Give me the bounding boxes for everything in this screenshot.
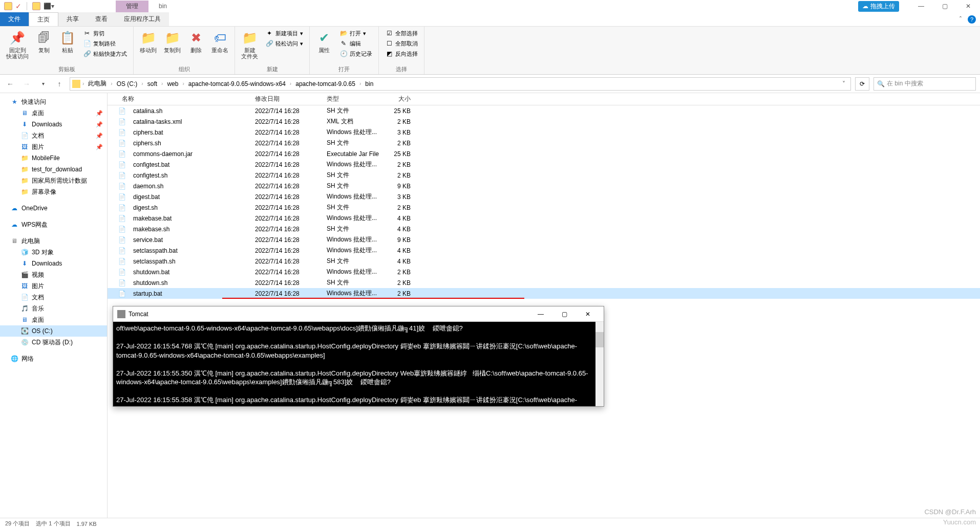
sidebar-item-this-pc[interactable]: 🖥此电脑 [0,235,107,247]
file-row[interactable]: 📄digest.bat2022/7/14 16:28Windows 批处理...… [108,191,980,202]
select-none-button[interactable]: ☐全部取消 [383,39,420,48]
file-row[interactable]: 📄setclasspath.bat2022/7/14 16:28Windows … [108,245,980,256]
cut-button[interactable]: ✂剪切 [81,29,129,38]
file-row[interactable]: 📄startup.bat2022/7/14 16:28Windows 批处理..… [108,288,980,299]
scrollbar-thumb[interactable] [595,332,604,347]
sidebar-item-music[interactable]: 🎵音乐 [0,303,107,314]
sidebar-item-os-c[interactable]: 💽OS (C:) [0,325,107,337]
chevron-right-icon[interactable]: › [110,81,113,86]
scrollbar[interactable] [595,322,604,406]
file-row[interactable]: 📄catalina.sh2022/7/14 16:28SH 文件25 KB [108,105,980,116]
file-row[interactable]: 📄setclasspath.sh2022/7/14 16:28SH 文件4 KB [108,256,980,267]
paste-button[interactable]: 📋粘贴 [57,29,78,54]
chevron-right-icon[interactable]: › [358,81,362,86]
file-row[interactable]: 📄shutdown.bat2022/7/14 16:28Windows 批处理.… [108,267,980,277]
chevron-right-icon[interactable]: › [289,81,292,86]
col-date-header[interactable]: 修改日期 [251,93,323,105]
sidebar-item-onedrive[interactable]: ☁OneDrive [0,203,107,214]
sidebar-item-screenrec[interactable]: 📁屏幕录像 [0,186,107,197]
delete-button[interactable]: ✖删除 [186,29,206,54]
col-name-header[interactable]: 名称 [118,93,251,105]
tomcat-window[interactable]: Tomcat — ▢ ✕ oft\web\apache-tomcat-9.0.6… [113,306,604,407]
file-row[interactable]: 📄ciphers.sh2022/7/14 16:28SH 文件2 KB [108,138,980,148]
chevron-right-icon[interactable]: › [140,81,144,86]
sidebar-item-pictures[interactable]: 🖼图片 [0,280,107,292]
open-button[interactable]: 📂打开▾ [337,29,374,38]
crumb[interactable]: 此电脑 [86,78,109,89]
chevron-right-icon[interactable]: › [81,81,85,86]
move-to-button[interactable]: 📁移动到 [138,29,159,54]
close-button[interactable]: ✕ [956,0,980,12]
rename-button[interactable]: 🏷重命名 [209,29,230,54]
file-row[interactable]: 📄shutdown.sh2022/7/14 16:28SH 文件2 KB [108,277,980,288]
crumb[interactable]: soft [145,79,159,89]
sidebar-item-3d-objects[interactable]: 🧊3D 对象 [0,247,107,258]
chevron-right-icon[interactable]: › [181,81,185,86]
manage-context-tab[interactable]: 管理 [116,1,148,12]
nav-recent-dropdown[interactable]: ▾ [37,78,49,90]
nav-forward-button[interactable]: → [20,78,33,90]
tomcat-console[interactable]: oft\web\apache-tomcat-9.0.65-windows-x64… [113,322,604,406]
crumb[interactable]: bin [363,79,375,89]
nav-back-button[interactable]: ← [4,78,16,90]
home-tab[interactable]: 主页 [29,12,58,26]
file-tab[interactable]: 文件 [0,12,29,26]
sidebar-item-documents[interactable]: 📄文档📌 [0,130,107,141]
easy-access-button[interactable]: 🔗轻松访问▾ [263,39,305,48]
share-tab[interactable]: 共享 [58,12,87,26]
file-row[interactable]: 📄configtest.bat2022/7/14 16:28Windows 批处… [108,159,980,170]
sidebar-item-quick-access[interactable]: ★快速访问 [0,96,107,107]
checkmark-icon[interactable]: ✓ [15,2,22,10]
sidebar-item-test-download[interactable]: 📁test_for_download [0,164,107,175]
nav-up-button[interactable]: ↑ [53,78,66,90]
sidebar-item-downloads[interactable]: ⬇Downloads [0,258,107,269]
copy-button[interactable]: 🗐复制 [34,29,54,54]
file-row[interactable]: 📄configtest.sh2022/7/14 16:28SH 文件2 KB [108,170,980,181]
file-row[interactable]: 📄daemon.sh2022/7/14 16:28SH 文件9 KB [108,181,980,191]
paste-shortcut-button[interactable]: 🔗粘贴快捷方式 [81,49,129,58]
crumb[interactable]: OS (C:) [115,79,140,89]
properties-button[interactable]: ✔属性 [314,29,334,54]
copy-to-button[interactable]: 📁复制到 [162,29,183,54]
file-row[interactable]: 📄catalina-tasks.xml2022/7/14 16:28XML 文档… [108,116,980,127]
refresh-button[interactable]: ⟳ [855,77,869,91]
file-row[interactable]: 📄makebase.sh2022/7/14 16:28SH 文件4 KB [108,224,980,234]
new-folder-button[interactable]: 📁新建 文件夹 [239,29,260,60]
app-tools-tab[interactable]: 应用程序工具 [116,12,169,26]
sidebar-item-desktop[interactable]: 🖥桌面📌 [0,107,107,119]
crumb[interactable]: web [165,79,180,89]
invert-selection-button[interactable]: ◩反向选择 [383,49,420,58]
col-size-header[interactable]: 大小 [384,93,415,105]
ribbon-collapse-icon[interactable]: ˆ [960,16,962,23]
sidebar-item-videos[interactable]: 🎬视频 [0,269,107,280]
chevron-right-icon[interactable]: › [160,81,164,86]
view-tab[interactable]: 查看 [87,12,116,26]
sidebar-item-stats[interactable]: 📁国家局所需统计数据 [0,175,107,186]
edit-button[interactable]: ✎编辑 [337,39,374,48]
breadcrumb[interactable]: › 此电脑› OS (C:)› soft› web› apache-tomcat… [70,77,851,91]
maximize-button[interactable]: ▢ [933,0,956,12]
file-row[interactable]: 📄service.bat2022/7/14 16:28Windows 批处理..… [108,234,980,245]
file-row[interactable]: 📄commons-daemon.jar2022/7/14 16:28Execut… [108,148,980,159]
file-row[interactable]: 📄ciphers.bat2022/7/14 16:28Windows 批处理..… [108,127,980,138]
col-type-header[interactable]: 类型 [323,93,384,105]
qat-overflow-icon[interactable]: ⬛▾ [44,3,54,10]
sidebar-item-network[interactable]: 🌐网络 [0,353,107,364]
new-item-button[interactable]: ✦新建项目▾ [263,29,305,38]
sidebar-item-wps[interactable]: ☁WPS网盘 [0,219,107,230]
tomcat-titlebar[interactable]: Tomcat — ▢ ✕ [113,306,604,322]
copy-path-button[interactable]: 📄复制路径 [81,39,129,48]
help-icon[interactable]: ? [968,15,976,24]
sidebar-item-downloads[interactable]: ⬇Downloads📌 [0,119,107,130]
breadcrumb-dropdown-icon[interactable]: ˅ [839,80,848,87]
sidebar-item-pictures[interactable]: 🖼图片📌 [0,141,107,152]
maximize-button[interactable]: ▢ [552,306,576,322]
search-input[interactable]: 🔍 在 bin 中搜索 [874,77,976,91]
crumb[interactable]: apache-tomcat-9.0.65 [293,79,357,89]
file-row[interactable]: 📄digest.sh2022/7/14 16:28SH 文件2 KB [108,202,980,213]
close-button[interactable]: ✕ [576,306,600,322]
crumb[interactable]: apache-tomcat-9.0.65-windows-x64 [186,79,288,89]
minimize-button[interactable]: — [909,0,933,12]
sidebar-item-mobilefile[interactable]: 📁MobileFile [0,152,107,164]
minimize-button[interactable]: — [529,306,552,322]
